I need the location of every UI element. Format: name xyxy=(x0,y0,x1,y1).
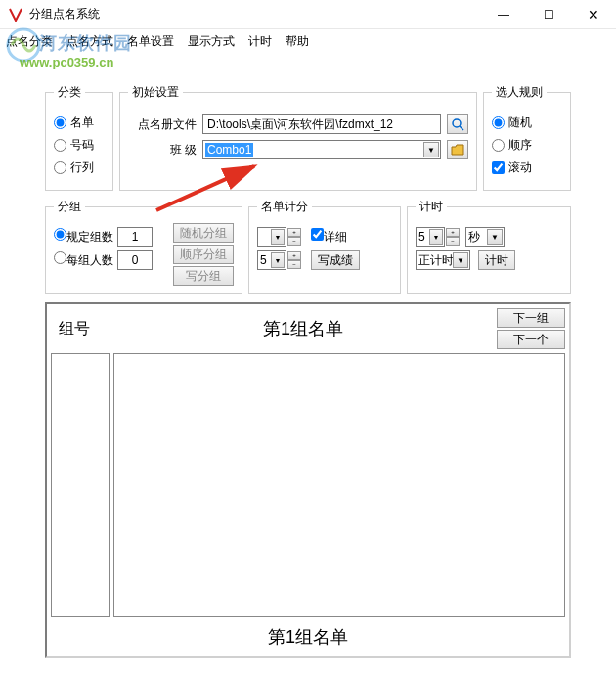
next-one-button[interactable]: 下一个 xyxy=(497,330,565,349)
class-combo[interactable]: Combo1 ▼ xyxy=(202,140,441,159)
timer-button[interactable]: 计时 xyxy=(478,250,515,270)
list-footer: 第1组名单 xyxy=(51,617,565,652)
radio-random[interactable]: 随机 xyxy=(492,114,562,131)
menu-method[interactable]: 点名方式 xyxy=(66,33,113,50)
chevron-down-icon: ▼ xyxy=(429,229,443,245)
list-title: 第1组名单 xyxy=(110,317,497,340)
chevron-down-icon: ▼ xyxy=(271,252,285,268)
group-number-label: 组号 xyxy=(51,315,110,343)
folder-icon xyxy=(451,144,464,156)
spin-down[interactable]: − xyxy=(287,260,301,269)
write-score-button[interactable]: 写成绩 xyxy=(311,250,360,270)
category-legend: 分类 xyxy=(54,84,85,101)
menu-list-settings[interactable]: 名单设置 xyxy=(127,33,174,50)
timer-unit-combo[interactable]: 秒▼ xyxy=(465,227,505,247)
radio-per-group[interactable]: 每组人数 xyxy=(54,251,113,269)
spin-down[interactable]: − xyxy=(287,237,301,246)
random-group-button[interactable]: 随机分组 xyxy=(173,223,234,243)
score-spin1[interactable]: ▼ +− xyxy=(257,227,301,247)
spin-down[interactable]: − xyxy=(446,237,460,246)
init-group: 初始设置 点名册文件 班 级 Combo1 ▼ xyxy=(119,84,477,191)
menu-timer[interactable]: 计时 xyxy=(248,33,272,50)
window-title: 分组点名系统 xyxy=(29,6,481,22)
menu-category[interactable]: 点名分类 xyxy=(6,33,53,50)
radio-list[interactable]: 名单 xyxy=(54,114,105,131)
order-group-button[interactable]: 顺序分组 xyxy=(173,245,234,264)
category-group: 分类 名单 号码 行列 xyxy=(45,84,113,191)
app-icon xyxy=(8,7,23,22)
radio-rowcol[interactable]: 行列 xyxy=(54,159,105,176)
list-frame: 组号 第1组名单 下一组 下一个 第1组名单 xyxy=(45,302,571,658)
timer-value-spin[interactable]: 5▼ +− xyxy=(416,227,460,247)
group-list[interactable] xyxy=(51,353,110,617)
group-count-input[interactable] xyxy=(117,227,153,247)
minimize-button[interactable]: — xyxy=(481,0,526,29)
write-group-button[interactable]: 写分组 xyxy=(173,266,234,286)
rule-legend: 选人规则 xyxy=(492,84,547,101)
open-folder-button[interactable] xyxy=(447,140,468,159)
grouping-group: 分组 规定组数 每组人数 随机分组 顺序分组 写分组 xyxy=(45,199,242,294)
radio-order[interactable]: 顺序 xyxy=(492,137,562,154)
chevron-down-icon: ▼ xyxy=(423,142,439,157)
init-legend: 初始设置 xyxy=(128,84,183,101)
per-group-input[interactable] xyxy=(117,250,153,270)
score-legend: 名单计分 xyxy=(257,199,312,215)
spin-up[interactable]: + xyxy=(287,251,301,260)
chevron-down-icon: ▼ xyxy=(453,252,468,268)
radio-fixed-groups[interactable]: 规定组数 xyxy=(54,228,113,246)
svg-point-1 xyxy=(453,119,461,127)
spin-up[interactable]: + xyxy=(287,228,301,237)
next-group-button[interactable]: 下一组 xyxy=(497,308,565,328)
rule-group: 选人规则 随机 顺序 滚动 xyxy=(483,84,571,191)
chevron-down-icon: ▼ xyxy=(487,229,503,245)
score-spin2[interactable]: 5▼ +− xyxy=(257,250,301,270)
browse-file-button[interactable] xyxy=(447,114,468,134)
class-value: Combo1 xyxy=(205,143,253,157)
menu-display[interactable]: 显示方式 xyxy=(188,33,235,50)
search-icon xyxy=(451,117,464,131)
file-label: 点名册文件 xyxy=(128,116,197,133)
grouping-legend: 分组 xyxy=(54,199,85,215)
check-scroll[interactable]: 滚动 xyxy=(492,159,562,176)
radio-number[interactable]: 号码 xyxy=(54,137,105,154)
timer-mode-combo[interactable]: 正计时▼ xyxy=(416,250,470,270)
svg-line-2 xyxy=(460,126,463,130)
timer-legend: 计时 xyxy=(416,199,447,215)
maximize-button[interactable]: ☐ xyxy=(526,0,571,29)
file-path-input[interactable] xyxy=(202,114,441,134)
member-list[interactable] xyxy=(113,353,565,617)
class-label: 班 级 xyxy=(128,142,197,158)
timer-group: 计时 5▼ +− 秒▼ 正计时▼ 计时 xyxy=(407,199,571,294)
score-group: 名单计分 ▼ +− 详细 5▼ +− 写成绩 xyxy=(248,199,401,294)
chevron-down-icon: ▼ xyxy=(271,229,285,245)
menu-help[interactable]: 帮助 xyxy=(286,33,309,50)
close-button[interactable]: ✕ xyxy=(571,0,616,29)
check-detail[interactable]: 详细 xyxy=(311,228,347,246)
spin-up[interactable]: + xyxy=(446,228,460,237)
